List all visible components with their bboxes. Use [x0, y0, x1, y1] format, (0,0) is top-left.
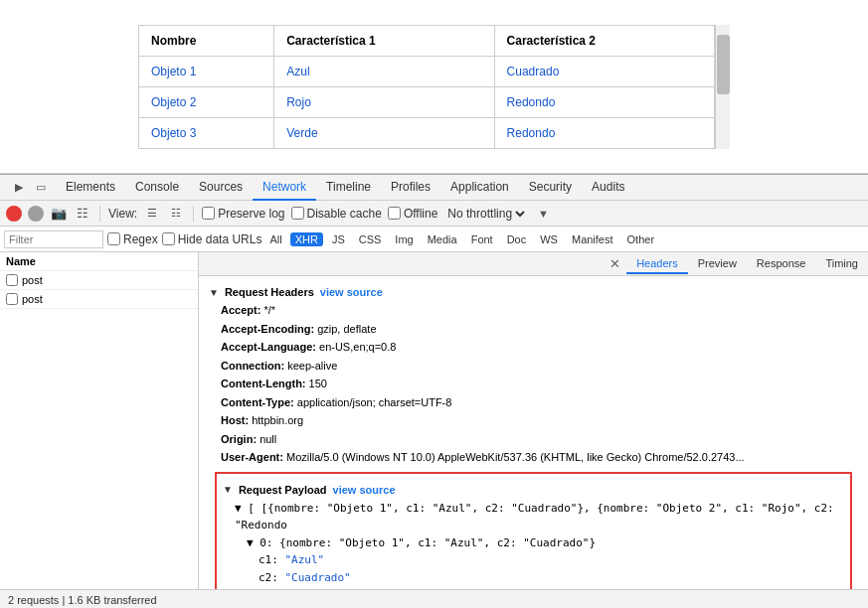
filter-xhr-btn[interactable]: XHR: [290, 232, 323, 246]
detail-close-button[interactable]: ✕: [604, 256, 626, 271]
cell-nombre-2: Objeto 2: [139, 86, 274, 117]
payload-c2-val: "Cuadrado": [285, 571, 351, 584]
header-origin: Origin: null: [221, 431, 858, 448]
header-key-content-length: Content-Length:: [221, 378, 306, 389]
cell-c1-1: Azul: [274, 56, 494, 86]
tab-security[interactable]: Security: [519, 175, 582, 201]
status-bar: 2 requests | 1.6 KB transferred: [0, 589, 868, 608]
filter-icon[interactable]: ☷: [74, 205, 91, 223]
header-val-connection: keep-alive: [287, 360, 337, 372]
detail-tab-headers[interactable]: Headers: [626, 254, 688, 274]
filter-manifest-btn[interactable]: Manifest: [567, 232, 618, 246]
separator: [99, 206, 100, 222]
request-item-label-1: post: [22, 274, 43, 286]
offline-label[interactable]: Offline: [388, 207, 437, 221]
filter-media-btn[interactable]: Media: [423, 232, 462, 246]
payload-triangle-icon: ▼: [223, 484, 233, 495]
regex-label[interactable]: Regex: [107, 232, 158, 246]
status-text: 2 requests | 1.6 KB transferred: [8, 594, 157, 606]
network-toolbar: 📷 ☷ View: ☰ ☷ Preserve log Disable cache…: [0, 201, 868, 227]
filter-all-btn[interactable]: All: [265, 232, 285, 246]
regex-checkbox[interactable]: [107, 232, 120, 245]
filter-other-btn[interactable]: Other: [622, 232, 660, 246]
filter-css-btn[interactable]: CSS: [354, 232, 387, 246]
tab-network[interactable]: Network: [253, 175, 316, 201]
tab-audits[interactable]: Audits: [582, 175, 634, 201]
filter-input[interactable]: [4, 230, 103, 248]
table-scrollbar[interactable]: [715, 25, 730, 149]
request-item-1[interactable]: post: [0, 271, 198, 290]
header-content-type: Content-Type: application/json; charset=…: [221, 394, 858, 411]
request-item-checkbox-2[interactable]: [6, 293, 18, 305]
disable-cache-label[interactable]: Disable cache: [291, 207, 382, 221]
device-icon[interactable]: ▭: [32, 179, 50, 197]
col-header-c2: Característica 2: [494, 25, 714, 56]
view-label: View:: [108, 207, 137, 221]
grid-view-icon[interactable]: ☷: [167, 205, 185, 223]
header-user-agent: User-Agent: Mozilla/5.0 (Windows NT 10.0…: [221, 449, 858, 466]
preserve-log-label[interactable]: Preserve log: [202, 207, 284, 221]
scrollbar-thumb[interactable]: [717, 35, 730, 94]
header-connection: Connection: keep-alive: [221, 358, 858, 375]
request-item-2[interactable]: post: [0, 290, 198, 309]
payload-view-source-link[interactable]: view source: [333, 484, 396, 496]
record-button[interactable]: [6, 206, 22, 222]
filter-doc-btn[interactable]: Doc: [502, 232, 532, 246]
header-accept: Accept: */*: [221, 302, 858, 319]
view-source-link[interactable]: view source: [320, 286, 383, 298]
list-view-icon[interactable]: ☰: [143, 205, 161, 223]
payload-triangle-array: ▼ [: [235, 502, 255, 515]
hide-data-urls-checkbox[interactable]: [162, 232, 175, 245]
filter-js-btn[interactable]: JS: [327, 232, 350, 246]
header-encoding: Accept-Encoding: gzip, deflate: [221, 321, 858, 338]
detail-tab-timing[interactable]: Timing: [815, 254, 868, 274]
payload-tree: ▼ [ [{nombre: "Objeto 1", c1: "Azul", c2…: [223, 500, 844, 590]
offline-checkbox[interactable]: [388, 207, 401, 220]
payload-nombre-val: "Objeto 1": [311, 588, 377, 589]
header-key-origin: Origin:: [221, 433, 257, 445]
detail-tab-preview[interactable]: Preview: [688, 254, 747, 274]
table-row: Objeto 3 Verde Redondo: [139, 117, 715, 148]
triangle-icon: ▼: [209, 287, 219, 298]
devtools-tab-bar: ▶ ▭ Elements Console Sources Network Tim…: [0, 175, 868, 201]
tab-profiles[interactable]: Profiles: [381, 175, 440, 201]
cell-c2-1: Cuadrado: [494, 56, 714, 86]
chevron-down-icon[interactable]: ▼: [534, 205, 552, 223]
payload-header: ▼ Request Payload view source: [223, 484, 844, 496]
filter-ws-btn[interactable]: WS: [535, 232, 563, 246]
devtools-icon-group: ▶ ▭: [4, 179, 56, 197]
payload-item0-label: 0: {nombre: "Objeto 1", c1: "Azul", c2: …: [260, 536, 596, 549]
tab-sources[interactable]: Sources: [189, 175, 253, 201]
header-key-accept: Accept:: [221, 304, 260, 316]
detail-tab-response[interactable]: Response: [747, 254, 816, 274]
detail-panel: ✕ Headers Preview Response Timing ▼ Requ…: [199, 252, 868, 589]
tab-application[interactable]: Application: [440, 175, 519, 201]
filter-font-btn[interactable]: Font: [466, 232, 498, 246]
tab-console[interactable]: Console: [125, 175, 189, 201]
tab-elements[interactable]: Elements: [56, 175, 125, 201]
page-content: Nombre Característica 1 Característica 2…: [0, 0, 868, 174]
header-key-host: Host:: [221, 414, 249, 426]
cell-c2-3: Redondo: [494, 117, 714, 148]
filter-bar: Regex Hide data URLs All XHR JS CSS Img …: [0, 227, 868, 252]
payload-summary-text: [{nombre: "Objeto 1", c1: "Azul", c2: "C…: [235, 502, 834, 532]
throttle-select[interactable]: No throttling: [443, 206, 528, 222]
header-host: Host: httpbin.org: [221, 412, 858, 429]
tab-timeline[interactable]: Timeline: [316, 175, 381, 201]
payload-nombre-key: nombre:: [259, 588, 311, 589]
separator2: [193, 206, 194, 222]
filter-img-btn[interactable]: Img: [390, 232, 418, 246]
clear-button[interactable]: [28, 206, 44, 222]
header-key-encoding: Accept-Encoding:: [221, 323, 314, 335]
preserve-log-checkbox[interactable]: [202, 207, 215, 220]
request-item-checkbox-1[interactable]: [6, 274, 18, 286]
disable-cache-checkbox[interactable]: [291, 207, 304, 220]
camera-icon[interactable]: 📷: [50, 205, 68, 223]
inspect-icon[interactable]: ▶: [10, 179, 28, 197]
payload-item0-triangle: ▼: [247, 536, 260, 549]
header-key-connection: Connection:: [221, 360, 284, 372]
request-list-header: Name: [0, 252, 198, 271]
hide-data-urls-label[interactable]: Hide data URLs: [162, 232, 262, 246]
header-val-accept: */*: [263, 304, 275, 316]
col-header-nombre: Nombre: [139, 25, 274, 56]
